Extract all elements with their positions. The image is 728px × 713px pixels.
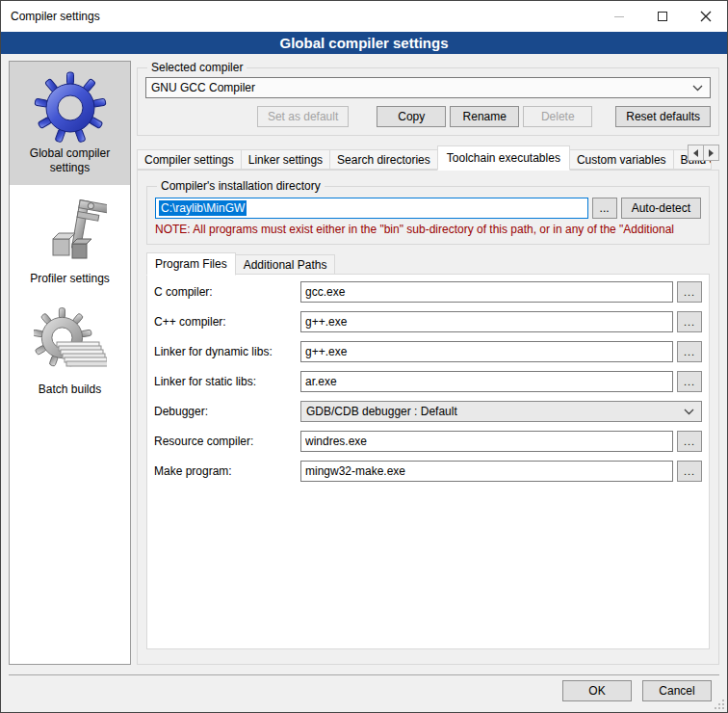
titlebar[interactable]: Compiler settings xyxy=(1,1,727,32)
linker-static-label: Linker for static libs: xyxy=(154,375,297,388)
c-compiler-label: C compiler: xyxy=(154,285,297,299)
c-compiler-input[interactable] xyxy=(300,281,673,303)
make-program-browse-button[interactable]: ... xyxy=(677,461,702,482)
tab-scroll-left-button[interactable] xyxy=(688,145,704,161)
settings-category-list: Global compiler settings xyxy=(9,61,131,665)
installation-directory-input[interactable]: C:\raylib\MinGW xyxy=(155,198,588,219)
tab-program-files[interactable]: Program Files xyxy=(146,252,236,276)
resize-grip[interactable] xyxy=(713,698,725,710)
toolchain-executables-page: Compiler's installation directory C:\ray… xyxy=(137,170,719,665)
selected-compiler-value: GNU GCC Compiler xyxy=(151,81,255,94)
sidebar-item-label: Batch builds xyxy=(12,383,128,397)
rename-button[interactable]: Rename xyxy=(450,106,519,127)
caliper-icon xyxy=(12,195,128,272)
arrow-right-icon xyxy=(709,149,714,157)
linker-dynamic-input[interactable] xyxy=(300,341,673,362)
settings-tabstrip: Compiler settings Linker settings Search… xyxy=(137,145,719,170)
sidebar-item-profiler-settings[interactable]: Profiler settings xyxy=(10,187,130,296)
sidebar-item-global-compiler-settings[interactable]: Global compiler settings xyxy=(10,62,130,185)
minimize-icon xyxy=(614,16,624,17)
installation-directory-value: C:\raylib\MinGW xyxy=(159,200,247,216)
tab-custom-variables[interactable]: Custom variables xyxy=(569,149,674,170)
tab-linker-settings[interactable]: Linker settings xyxy=(241,149,330,170)
linker-dynamic-label: Linker for dynamic libs: xyxy=(154,345,297,358)
tab-toolchain-executables[interactable]: Toolchain executables xyxy=(437,145,570,171)
sidebar-item-batch-builds[interactable]: Batch builds xyxy=(10,298,130,407)
cpp-compiler-browse-button[interactable]: ... xyxy=(677,311,702,332)
tab-compiler-settings[interactable]: Compiler settings xyxy=(137,149,242,170)
chevron-down-icon xyxy=(684,409,694,415)
cpp-compiler-label: C++ compiler: xyxy=(154,315,297,329)
note-text: NOTE: All programs must exist either in … xyxy=(155,223,701,236)
main-panel: Selected compiler GNU GCC Compiler Set a… xyxy=(137,61,719,674)
compiler-settings-dialog: Compiler settings Global compiler settin… xyxy=(0,0,728,713)
cancel-button[interactable]: Cancel xyxy=(642,680,712,701)
installation-directory-row: C:\raylib\MinGW ... Auto-detect xyxy=(155,198,701,219)
close-button[interactable] xyxy=(684,2,727,32)
tab-scroll-right-button[interactable] xyxy=(703,145,719,161)
c-compiler-browse-button[interactable]: ... xyxy=(677,281,702,303)
dialog-body: Global compiler settings xyxy=(1,54,727,674)
selected-compiler-group: Selected compiler GNU GCC Compiler Set a… xyxy=(137,61,719,136)
compiler-buttons-row: Set as default Copy Rename Delete Reset … xyxy=(145,106,711,127)
maximize-icon xyxy=(658,12,667,21)
page-title: Global compiler settings xyxy=(1,32,727,54)
resource-compiler-label: Resource compiler: xyxy=(154,435,297,448)
set-as-default-button[interactable]: Set as default xyxy=(257,106,349,127)
close-icon xyxy=(700,11,712,22)
window-title: Compiler settings xyxy=(1,10,597,23)
linker-dynamic-browse-button[interactable]: ... xyxy=(677,341,702,362)
resource-compiler-browse-button[interactable]: ... xyxy=(677,431,702,452)
linker-static-browse-button[interactable]: ... xyxy=(677,371,702,392)
minimize-button[interactable] xyxy=(597,2,640,32)
debugger-dropdown[interactable]: GDB/CDB debugger : Default xyxy=(300,401,702,422)
linker-static-input[interactable] xyxy=(300,371,673,392)
selected-compiler-dropdown[interactable]: GNU GCC Compiler xyxy=(145,77,711,98)
sidebar-item-label: Profiler settings xyxy=(12,272,128,286)
program-files-page: C compiler: ... C++ compiler: ... Linker… xyxy=(146,274,710,649)
tab-scroll-arrows xyxy=(689,145,719,161)
copy-button[interactable]: Copy xyxy=(377,106,446,127)
program-files-tabstrip: Program Files Additional Paths xyxy=(146,251,710,275)
installation-directory-group: Compiler's installation directory C:\ray… xyxy=(146,179,710,245)
browse-directory-button[interactable]: ... xyxy=(592,198,617,219)
arrow-left-icon xyxy=(693,149,698,157)
chevron-down-icon xyxy=(692,85,703,92)
delete-button[interactable]: Delete xyxy=(523,106,592,127)
ok-button[interactable]: OK xyxy=(562,680,632,701)
reset-defaults-button[interactable]: Reset defaults xyxy=(615,106,711,127)
debugger-label: Debugger: xyxy=(154,405,297,418)
debugger-value: GDB/CDB debugger : Default xyxy=(306,405,457,418)
selected-compiler-group-label: Selected compiler xyxy=(147,61,247,74)
installation-directory-group-label: Compiler's installation directory xyxy=(157,179,325,193)
make-program-label: Make program: xyxy=(154,464,297,478)
auto-detect-button[interactable]: Auto-detect xyxy=(621,198,701,219)
resource-compiler-input[interactable] xyxy=(300,431,673,452)
make-program-input[interactable] xyxy=(300,461,673,482)
tab-additional-paths[interactable]: Additional Paths xyxy=(235,254,336,275)
footer: OK Cancel xyxy=(1,675,727,712)
cpp-compiler-input[interactable] xyxy=(300,311,673,332)
blue-gear-icon xyxy=(12,69,128,146)
gray-gear-papers-icon xyxy=(12,305,128,383)
tab-search-directories[interactable]: Search directories xyxy=(329,149,438,170)
sidebar-item-label: Global compiler settings xyxy=(12,146,128,175)
maximize-button[interactable] xyxy=(640,2,684,32)
